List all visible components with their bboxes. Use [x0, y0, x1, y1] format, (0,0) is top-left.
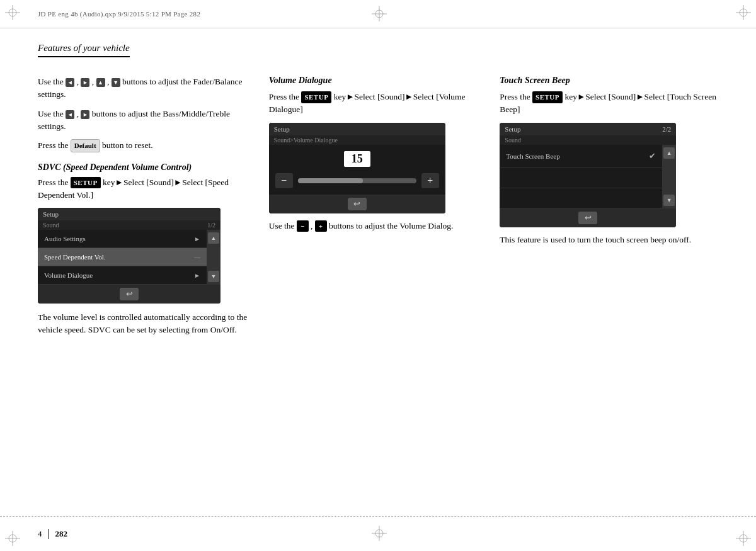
sdvc-back-btn[interactable]: ↩	[120, 288, 139, 300]
touch-items: Touch Screen Beep ✔	[500, 145, 662, 208]
para-fader-balance: Use the ◄ , ► , ▲ , ▼ buttons to adjust …	[38, 76, 256, 101]
para2-start: Use the	[38, 109, 66, 118]
comma3: ,	[107, 77, 112, 86]
touch-body: Touch Screen Beep ✔ ▲ ▼	[500, 145, 676, 208]
sdvc-screen-title: Setup	[43, 210, 59, 218]
sdvc-item-volume-label: Volume Dialogue	[44, 271, 93, 279]
volume-setup-screen: Setup Sound>Volume Dialogue 15 − + ↩	[269, 123, 445, 213]
vol-desc-minus: −	[297, 220, 309, 232]
volume-plus-btn[interactable]: +	[421, 173, 439, 188]
sdvc-title: SDVC (Speed Dependent Volume Control)	[38, 162, 256, 173]
comma4: ,	[77, 109, 81, 118]
comma1: ,	[77, 77, 81, 86]
main-content: Use the ◄ , ► , ▲ , ▼ buttons to adjust …	[38, 69, 718, 513]
touch-item-beep[interactable]: Touch Screen Beep ✔	[500, 145, 662, 168]
btn-up[interactable]: ▲	[96, 78, 105, 87]
volume-body: 15 − +	[269, 145, 445, 195]
btn-down[interactable]: ▼	[112, 78, 120, 87]
section-title-bar: Features of your vehicle	[38, 43, 718, 57]
volume-desc: Use the − , + buttons to adjust the Volu…	[269, 220, 488, 232]
vol-setup-btn[interactable]: SETUP	[301, 91, 331, 103]
sdvc-scroll-down[interactable]: ▼	[208, 271, 219, 282]
touch-breadcrumb: Sound	[500, 135, 676, 145]
volume-dialogue-title: Volume Dialogue	[269, 76, 488, 86]
touch-back-bar: ↩	[500, 208, 676, 227]
sdvc-setup-btn[interactable]: SETUP	[71, 177, 101, 189]
volume-back-btn[interactable]: ↩	[348, 198, 367, 210]
footer-chapter: 4	[38, 529, 42, 539]
volume-slider-track[interactable]	[298, 178, 416, 183]
volume-slider-fill	[298, 178, 363, 183]
sdvc-item-audio-arrow: ►	[194, 236, 200, 242]
btn-left[interactable]: ◄	[66, 78, 74, 87]
touch-para: Press the SETUP key►Select [Sound]►Selec…	[500, 91, 718, 116]
touch-screen-pagenum: 2/2	[662, 125, 671, 133]
header-text: JD PE eng 4b (Audio).qxp 9/9/2015 5:12 P…	[38, 10, 200, 18]
touch-screen-title: Setup	[505, 125, 520, 133]
sdvc-item-speed-label: Speed Dependent Vol.	[44, 253, 106, 261]
footer-page-number: 4 282	[38, 529, 67, 539]
touch-back-btn[interactable]: ↩	[578, 212, 597, 224]
para1-start: Use the	[38, 77, 66, 86]
sdvc-item-speed-dash: —	[194, 254, 200, 261]
sdvc-para: Press the SETUP key►Select [Sound]►Selec…	[38, 176, 256, 202]
comma2: ,	[92, 77, 96, 86]
page-footer: 4 282	[0, 516, 756, 551]
right-column: Touch Screen Beep Press the SETUP key►Se…	[500, 69, 718, 513]
btn-right[interactable]: ►	[81, 78, 89, 87]
footer-divider	[49, 529, 49, 539]
sdvc-item-speed[interactable]: Speed Dependent Vol. —	[38, 248, 207, 266]
sdvc-scroll-up[interactable]: ▲	[208, 232, 219, 244]
sdvc-item-volume-arrow: ►	[194, 272, 200, 279]
touch-setup-btn[interactable]: SETUP	[532, 91, 563, 103]
vol-para-start: Press the	[269, 92, 302, 101]
volume-screen-title: Setup	[274, 125, 290, 133]
sdvc-start: Press the	[38, 178, 71, 187]
touch-scroll-up[interactable]: ▲	[663, 147, 675, 159]
touch-check-icon: ✔	[649, 151, 656, 161]
touch-screen-header: Setup 2/2	[500, 123, 676, 135]
sdvc-page-num: 1/2	[207, 222, 215, 229]
touch-para-start: Press the	[500, 92, 532, 101]
vol-desc-end: buttons to adjust the Volume Dialog.	[329, 221, 454, 230]
volume-minus-btn[interactable]: −	[275, 173, 293, 188]
volume-para: Press the SETUP key►Select [Sound]►Selec…	[269, 91, 488, 116]
vol-desc-plus: +	[315, 220, 327, 232]
crosshair-top-center	[372, 6, 387, 24]
default-button[interactable]: Default	[71, 139, 100, 152]
vol-desc-comma: ,	[311, 221, 315, 230]
left-column: Use the ◄ , ► , ▲ , ▼ buttons to adjust …	[38, 69, 256, 513]
section-title: Features of your vehicle	[38, 43, 130, 57]
mid-column: Volume Dialogue Press the SETUP key►Sele…	[269, 69, 488, 513]
para3-start: Press the	[38, 140, 71, 150]
touch-item-empty2	[500, 188, 662, 208]
sdvc-items: Audio Settings ► Speed Dependent Vol. — …	[38, 230, 207, 285]
touch-scrollbar: ▲ ▼	[662, 145, 676, 208]
sdvc-back-bar: ↩	[38, 285, 220, 304]
page-header: JD PE eng 4b (Audio).qxp 9/9/2015 5:12 P…	[0, 0, 756, 28]
sdvc-desc: The volume level is controlled automatic…	[38, 311, 256, 337]
sdvc-body: Audio Settings ► Speed Dependent Vol. — …	[38, 230, 220, 285]
sdvc-item-volume[interactable]: Volume Dialogue ►	[38, 266, 207, 285]
volume-back-bar: ↩	[269, 195, 445, 213]
para3-end: button to reset.	[102, 140, 153, 150]
footer-page: 282	[55, 529, 68, 539]
sdvc-scrollbar: ▲ ▼	[207, 230, 220, 285]
crosshair-bottom-center	[372, 526, 387, 543]
touch-scroll-down[interactable]: ▼	[663, 195, 675, 206]
sdvc-item-audio[interactable]: Audio Settings ►	[38, 230, 207, 248]
volume-screen-header: Setup	[269, 123, 445, 135]
btn-left-2[interactable]: ◄	[66, 110, 74, 119]
vol-desc-start: Use the	[269, 221, 297, 230]
touch-screen-beep-title: Touch Screen Beep	[500, 76, 718, 86]
volume-breadcrumb: Sound>Volume Dialogue	[269, 135, 445, 145]
touch-item-empty	[500, 168, 662, 188]
btn-right-2[interactable]: ►	[81, 110, 89, 119]
touch-desc: This feature is used to turn the touch s…	[500, 234, 718, 246]
sdvc-item-audio-label: Audio Settings	[44, 235, 86, 242]
sdvc-breadcrumb: Sound 1/2	[38, 220, 220, 230]
para-default: Press the Default button to reset.	[38, 139, 256, 152]
touch-item-label: Touch Screen Beep	[506, 152, 559, 160]
sdvc-setup-screen: Setup Sound 1/2 Audio Settings ► Speed D…	[38, 208, 220, 304]
sdvc-screen-header: Setup	[38, 208, 220, 220]
